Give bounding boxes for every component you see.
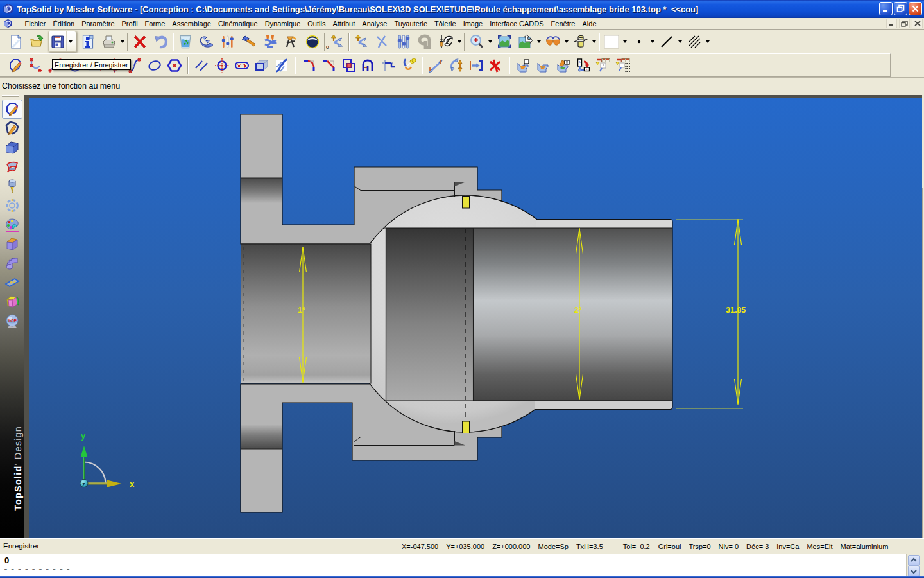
command-area[interactable]: 0 ---------- [0,554,924,576]
hatch-style-icon[interactable] [683,31,705,51]
fork-arrows2-icon[interactable] [350,31,372,51]
sb-block-icon[interactable] [2,138,22,157]
box-3d-icon[interactable] [252,55,271,75]
drawing-canvas[interactable]: 1° 2° 31.85 [24,95,922,538]
scroll-up-button[interactable] [908,555,920,566]
sweep-surface-icon[interactable] [271,55,291,75]
image-pan-dropdown-arrow[interactable] [536,31,542,51]
assembly-open-icon[interactable] [553,55,573,75]
menu-tolerie[interactable]: Tôlerie [431,19,460,28]
sb-pipe-icon[interactable] [2,254,22,273]
move-horizontal-icon[interactable] [466,55,486,75]
restore-document-button[interactable] [899,19,910,28]
menu-fichier[interactable]: Fichier [21,19,49,28]
image-pan-icon[interactable] [515,31,536,51]
minimize-document-button[interactable] [886,19,897,28]
sliders-rgb-icon[interactable] [217,31,238,51]
fork-arrows-icon[interactable]: 0 [326,31,347,51]
save-dropdown-arrow[interactable] [66,31,74,51]
zoom-plus-dropdown-arrow[interactable] [487,31,493,51]
bolt-section-icon[interactable] [570,31,591,51]
clamp-cross-icon[interactable] [259,31,280,51]
cross-curves-icon[interactable] [372,31,393,51]
sliders-blue-icon[interactable] [393,31,414,51]
scroll-down-button[interactable] [908,566,920,577]
menu-outils[interactable]: Outils [304,19,329,28]
assembly-bed-icon[interactable] [533,55,553,75]
minimize-button[interactable] [879,2,893,15]
assembly-swap-icon[interactable] [573,55,593,75]
sketch-axes-icon[interactable] [25,55,45,75]
measure-nine-icon[interactable] [414,31,435,51]
hand-pen-dropdown-arrow[interactable] [456,31,463,51]
arch-dimension-icon[interactable] [359,55,379,75]
slot-tool-icon[interactable] [232,55,252,75]
bolt-section-dropdown-arrow[interactable] [591,31,597,51]
profile-pencil-icon[interactable] [5,55,25,75]
close-document-button[interactable] [912,19,923,28]
parallel-lines-icon[interactable] [192,55,212,75]
document-info-icon[interactable] [77,31,98,51]
save-button-group[interactable] [48,31,76,52]
line-style-dropdown-arrow[interactable] [677,31,683,51]
glasses-dropdown-arrow[interactable] [563,31,570,51]
rotate-curve-icon[interactable] [446,55,466,75]
zoom-plus-icon[interactable] [466,31,487,51]
save-floppy-icon[interactable] [49,31,66,51]
menu-edition[interactable]: Édition [49,19,78,28]
menu-profil[interactable]: Profil [118,19,141,28]
color-swatch-icon[interactable] [601,31,622,51]
glasses-icon[interactable] [542,31,563,51]
restore-button[interactable] [894,2,907,15]
menu-aide[interactable]: Aide [579,19,600,28]
ellipse-tool-icon[interactable] [144,55,164,75]
close-button[interactable] [909,2,922,15]
sb-plane-icon[interactable] [2,273,22,292]
assembly-detail-icon[interactable] [593,55,613,75]
point-style-dropdown-arrow[interactable] [649,31,656,51]
stretch-arrow-icon[interactable] [426,55,446,75]
open-folder-icon[interactable] [26,31,47,51]
assembly-flag-icon[interactable] [513,55,533,75]
sb-fold-yellow-icon[interactable] [2,292,22,311]
wrench-blue-icon[interactable] [196,31,217,51]
sb-surface-icon[interactable] [2,157,22,177]
point-reference-icon[interactable] [212,55,232,75]
menu-parametre[interactable]: Paramètre [78,19,118,28]
menu-analyse[interactable]: Analyse [359,19,391,28]
toolbar-grip[interactable] [2,95,19,97]
new-document-icon[interactable] [5,31,26,51]
delete-red-x-icon[interactable] [129,31,150,51]
menu-dynamique[interactable]: Dynamique [261,19,304,28]
printer-dropdown-arrow[interactable] [119,31,126,51]
menu-attribut[interactable]: Attribut [329,19,359,28]
menu-tuyauterie[interactable]: Tuyauterie [391,19,431,28]
chamfer-corner-icon[interactable] [319,55,339,75]
tool-orange-icon[interactable] [280,31,302,51]
delete-constraint-icon[interactable] [486,55,506,75]
menu-forme[interactable]: Forme [141,19,169,28]
fit-view-icon[interactable] [493,31,515,51]
menu-interface-cadds[interactable]: Interface CADDS [486,19,547,28]
u-curve-icon[interactable] [398,55,418,75]
sb-drill-icon[interactable] [2,177,22,196]
undo-arrow-icon[interactable] [150,31,171,51]
point-style-icon[interactable] [628,31,649,51]
sb-palette-icon[interactable] [2,215,22,234]
menu-fenetre[interactable]: Fenêtre [547,19,579,28]
sb-globe-icon[interactable]: TOP [2,311,22,331]
hatch-style-dropdown-arrow[interactable] [705,31,711,51]
overlap-squares-icon[interactable] [339,55,359,75]
menu-assemblage[interactable]: Assemblage [169,19,215,28]
sb-ring-icon[interactable] [2,196,22,215]
sphere-ring-icon[interactable] [302,31,323,51]
hexagon-tool-icon[interactable] [164,55,184,75]
sb-fold-purple-icon[interactable] [2,234,22,254]
line-style-icon[interactable] [656,31,677,51]
menu-image[interactable]: Image [459,19,486,28]
cylinder[interactable] [473,228,672,401]
sb-profile-pencil-icon[interactable] [2,100,22,119]
command-value[interactable]: 0 [4,556,9,565]
printer-icon[interactable] [98,31,119,51]
sb-curve-pencil-icon[interactable] [2,119,22,138]
